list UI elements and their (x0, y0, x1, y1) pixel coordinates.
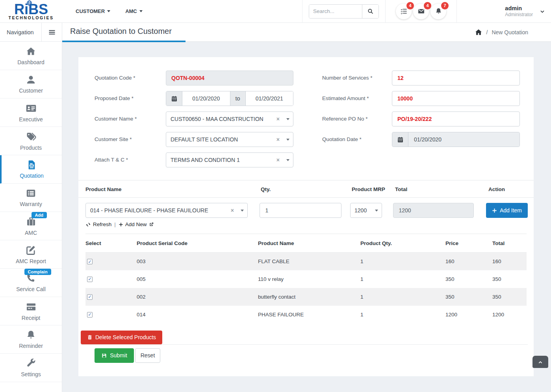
messages-menu-button[interactable]: 4 (413, 4, 429, 19)
caret-down-icon (107, 10, 110, 12)
globe-icon (26, 0, 32, 6)
save-icon (101, 353, 107, 359)
sidebar-item-quotation[interactable]: Quotation (0, 155, 62, 184)
edit-icon (26, 245, 37, 256)
th-qty: Product Qty. (360, 234, 445, 253)
mrp-select[interactable]: 1200 (350, 203, 382, 218)
user-menu[interactable]: admin Administrator (457, 0, 551, 23)
quotation-date-field (408, 132, 519, 147)
search-input[interactable] (309, 5, 362, 18)
proposed-date-to-input[interactable] (246, 91, 293, 106)
th-select: Select (85, 234, 137, 253)
row-select-checkbox[interactable] (87, 259, 93, 264)
col-qty: Qty. (261, 186, 352, 192)
sidebar-item-products[interactable]: Products (0, 127, 62, 155)
list-icon (26, 188, 36, 199)
estimated-amount-field[interactable] (392, 91, 520, 106)
delete-selected-button[interactable]: Delete Seleced Products (81, 331, 162, 344)
clear-selection-icon[interactable]: × (273, 157, 283, 163)
th-serial: Product Serial Code (137, 234, 258, 253)
quotation-form-card: Quotation Code * Proposed Date * to (78, 57, 534, 376)
row-select-checkbox[interactable] (87, 312, 93, 318)
search-button[interactable] (362, 5, 378, 18)
id-card-icon (26, 103, 37, 114)
customer-name-select[interactable]: CUST00650 - MAA CONSTRUCTION × (166, 111, 293, 126)
num-services-field[interactable] (392, 71, 520, 85)
task-list-icon (400, 7, 408, 15)
calendar-icon[interactable] (166, 91, 182, 106)
product-entry-row: 014 - PHASE FAILOURE - PHASE FAUILOURE ×… (78, 198, 534, 228)
reference-po-field[interactable] (392, 111, 520, 126)
amc-add-badge: Add (32, 212, 47, 218)
home-icon[interactable] (475, 28, 482, 36)
delete-row: Delete Seleced Products (81, 331, 528, 345)
sidebar-item-receipt[interactable]: Receipt (0, 297, 62, 325)
attach-tc-select[interactable]: TERMS AND CONDITION 1 × (166, 152, 293, 167)
clear-selection-icon[interactable]: × (273, 116, 283, 122)
scroll-to-top-button[interactable] (532, 356, 548, 368)
line-total-field (393, 203, 474, 218)
qty-input[interactable] (260, 203, 341, 218)
proposed-date-range: to (166, 91, 293, 106)
chevron-down-icon (539, 8, 545, 15)
user-name: admin (505, 5, 533, 12)
caret-down-icon (283, 118, 293, 120)
add-item-button[interactable]: Add Item (486, 203, 528, 218)
bell-icon (435, 7, 442, 15)
table-row: 005 110 v relay 1 350 350 (85, 270, 527, 288)
mail-icon (417, 7, 425, 15)
clear-selection-icon[interactable]: × (228, 207, 237, 214)
table-row: 014 PHASE FAILOURE 1 1200 1200 (85, 306, 527, 323)
plus-icon (492, 208, 497, 213)
row-select-checkbox[interactable] (87, 277, 93, 282)
sidebar-title: Navigation (0, 23, 41, 41)
wrench-icon (26, 358, 36, 369)
quotation-form: Quotation Code * Proposed Date * to (78, 57, 534, 174)
sidebar-item-customer[interactable]: Customer (0, 70, 62, 98)
reference-po-label: Reference PO No * (306, 111, 392, 126)
caret-down-icon (139, 10, 143, 12)
sidebar-item-settings[interactable]: Settings (0, 354, 62, 382)
trash-icon (87, 334, 93, 340)
th-total: Total (492, 234, 527, 253)
sidebar-item-executive[interactable]: Executive (0, 98, 62, 127)
sidebar-item-reminder[interactable]: Reminder (0, 325, 62, 354)
col-product-mrp: Product MRP (352, 186, 395, 192)
row-select-checkbox[interactable] (87, 294, 93, 300)
sidebar-item-amc-report[interactable]: AMC Report (0, 240, 62, 269)
reset-button[interactable]: Reset (135, 348, 160, 363)
quotation-code-field (166, 71, 293, 85)
sidebar-toggle-button[interactable] (41, 23, 62, 41)
submit-row: Submit Reset (95, 348, 534, 363)
num-services-label: Number of Services * (306, 71, 392, 85)
alerts-menu-button[interactable]: 7 (430, 4, 446, 19)
menu-customer[interactable]: CUSTOMER (76, 8, 110, 14)
plus-icon (119, 222, 123, 227)
tasks-menu-button[interactable]: 4 (396, 4, 412, 19)
add-new-link[interactable]: Add New (119, 221, 154, 227)
clear-selection-icon[interactable]: × (273, 136, 283, 143)
proposed-date-from-input[interactable] (182, 91, 230, 106)
selected-products-table: Select Product Serial Code Product Name … (85, 234, 527, 323)
submit-button[interactable]: Submit (95, 348, 134, 363)
search-icon (367, 8, 374, 15)
brand-name: RiBS (14, 3, 48, 16)
menu-amc[interactable]: AMC (125, 8, 143, 14)
title-accent-bar (62, 41, 186, 42)
page-title-bar: Raise Quotation to Customer / New Quotat… (62, 23, 551, 42)
customer-site-select[interactable]: DEFAULT SITE LOCATION × (166, 132, 293, 147)
breadcrumb-current: New Quotation (492, 29, 528, 35)
calendar-icon (392, 132, 408, 147)
sidebar-item-amc[interactable]: Add AMC (0, 212, 62, 240)
sidebar-item-warranty[interactable]: Warranty (0, 184, 62, 212)
bell-icon (26, 330, 36, 340)
date-range-to-label: to (230, 91, 246, 106)
brand-logo[interactable]: RiBS TECHNOLOGIES (0, 0, 62, 23)
refresh-link[interactable]: Refresh (85, 221, 111, 227)
col-action: Action (488, 186, 528, 192)
caret-down-icon (283, 139, 293, 141)
product-select[interactable]: 014 - PHASE FAILOURE - PHASE FAUILOURE × (85, 203, 248, 218)
estimated-amount-label: Estimated Amount * (306, 91, 392, 106)
sidebar-item-dashboard[interactable]: Dashboard (0, 42, 62, 70)
sidebar-item-service-call[interactable]: Complain Service Call (0, 269, 62, 297)
